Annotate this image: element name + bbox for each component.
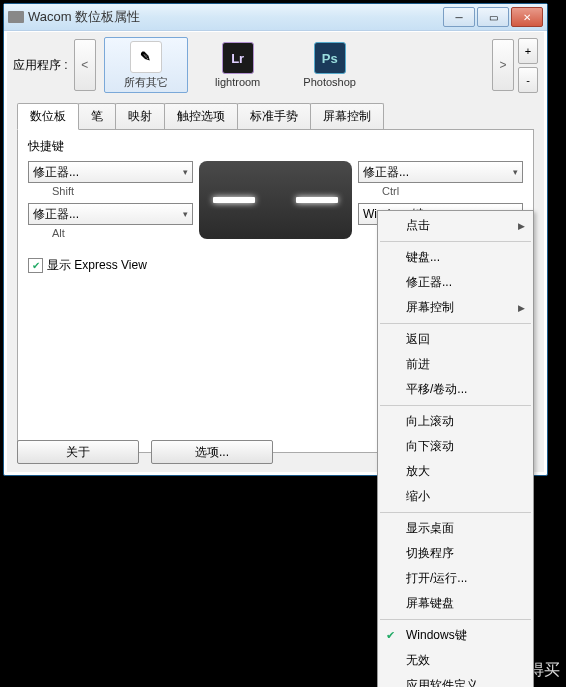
menu-item-label: 平移/卷动...: [406, 381, 467, 398]
menu-item-label: 无效: [406, 652, 430, 669]
checkbox-label: 显示 Express View: [47, 257, 147, 274]
menu-item-label: 屏幕键盘: [406, 595, 454, 612]
tab-4[interactable]: 标准手势: [237, 103, 311, 130]
menu-item-label: 应用软件定义: [406, 677, 478, 687]
add-app-button[interactable]: +: [518, 38, 538, 64]
check-icon: ✔: [386, 629, 395, 642]
menu-item-label: 前进: [406, 356, 430, 373]
menu-item[interactable]: 平移/卷动...: [378, 377, 533, 402]
app-icon: [8, 11, 24, 23]
menu-item-label: 显示桌面: [406, 520, 454, 537]
app-item-0[interactable]: ✎所有其它: [104, 37, 188, 93]
menu-separator: [380, 241, 531, 242]
menu-item[interactable]: ✔Windows键: [378, 623, 533, 648]
menu-item[interactable]: 向下滚动: [378, 434, 533, 459]
menu-item-label: 屏幕控制: [406, 299, 454, 316]
app-label: 应用程序 :: [13, 57, 68, 74]
menu-item-label: 缩小: [406, 488, 430, 505]
menu-separator: [380, 323, 531, 324]
combo-top-left[interactable]: 修正器...: [28, 161, 193, 183]
sub-bottom-left: Alt: [52, 227, 193, 239]
touch-strip-left: [213, 197, 255, 203]
menu-separator: [380, 405, 531, 406]
menu-item[interactable]: 应用软件定义: [378, 673, 533, 687]
menu-item-label: 向上滚动: [406, 413, 454, 430]
menu-item[interactable]: 缩小: [378, 484, 533, 509]
section-label: 快捷键: [28, 138, 523, 155]
menu-item[interactable]: 向上滚动: [378, 409, 533, 434]
menu-item[interactable]: 打开/运行...: [378, 566, 533, 591]
menu-separator: [380, 512, 531, 513]
menu-item[interactable]: 无效: [378, 648, 533, 673]
about-button[interactable]: 关于: [17, 440, 139, 464]
app-item-icon: Ps: [314, 42, 346, 74]
function-dropdown-menu[interactable]: 点击▶键盘...修正器...屏幕控制▶返回前进平移/卷动...向上滚动向下滚动放…: [377, 210, 534, 687]
app-item-label: 所有其它: [124, 75, 168, 90]
menu-item-label: 放大: [406, 463, 430, 480]
minimize-button[interactable]: ─: [443, 7, 475, 27]
close-button[interactable]: ✕: [511, 7, 543, 27]
app-list: ✎所有其它LrlightroomPsPhotoshop: [96, 37, 492, 93]
window-title: Wacom 数位板属性: [28, 8, 441, 26]
remove-app-button[interactable]: -: [518, 67, 538, 93]
menu-separator: [380, 619, 531, 620]
next-app-button[interactable]: >: [492, 39, 514, 91]
checkbox-icon: ✔: [28, 258, 43, 273]
menu-item[interactable]: 修正器...: [378, 270, 533, 295]
menu-item-label: 打开/运行...: [406, 570, 467, 587]
app-item-icon: ✎: [130, 41, 162, 73]
menu-item-label: 切换程序: [406, 545, 454, 562]
touch-strip-right: [296, 197, 338, 203]
menu-item[interactable]: 屏幕控制▶: [378, 295, 533, 320]
tab-0[interactable]: 数位板: [17, 103, 79, 130]
app-item-icon: Lr: [222, 42, 254, 74]
combo-top-right[interactable]: 修正器...: [358, 161, 523, 183]
app-item-label: lightroom: [215, 76, 260, 88]
submenu-arrow-icon: ▶: [518, 303, 525, 313]
titlebar[interactable]: Wacom 数位板属性 ─ ▭ ✕: [4, 4, 547, 31]
prev-app-button[interactable]: <: [74, 39, 96, 91]
options-button[interactable]: 选项...: [151, 440, 273, 464]
menu-item[interactable]: 显示桌面: [378, 516, 533, 541]
application-row: 应用程序 : < ✎所有其它LrlightroomPsPhotoshop > +…: [7, 32, 544, 98]
sub-top-left: Shift: [52, 185, 193, 197]
app-item-2[interactable]: PsPhotoshop: [288, 37, 372, 93]
tab-strip: 数位板笔映射触控选项标准手势屏幕控制: [17, 103, 534, 130]
menu-item-label: Windows键: [406, 627, 467, 644]
menu-item-label: 向下滚动: [406, 438, 454, 455]
menu-item-label: 键盘...: [406, 249, 440, 266]
menu-item[interactable]: 切换程序: [378, 541, 533, 566]
submenu-arrow-icon: ▶: [518, 221, 525, 231]
bottom-buttons: 关于 选项...: [17, 440, 273, 464]
menu-item-label: 修正器...: [406, 274, 452, 291]
tablet-visual: [199, 161, 352, 239]
tab-5[interactable]: 屏幕控制: [310, 103, 384, 130]
menu-item[interactable]: 前进: [378, 352, 533, 377]
sub-top-right: Ctrl: [382, 185, 523, 197]
app-item-label: Photoshop: [303, 76, 356, 88]
app-item-1[interactable]: Lrlightroom: [196, 37, 280, 93]
tab-3[interactable]: 触控选项: [164, 103, 238, 130]
maximize-button[interactable]: ▭: [477, 7, 509, 27]
menu-item[interactable]: 放大: [378, 459, 533, 484]
menu-item[interactable]: 返回: [378, 327, 533, 352]
menu-item[interactable]: 键盘...: [378, 245, 533, 270]
menu-item[interactable]: 点击▶: [378, 213, 533, 238]
menu-item-label: 返回: [406, 331, 430, 348]
combo-bottom-left[interactable]: 修正器...: [28, 203, 193, 225]
tab-2[interactable]: 映射: [115, 103, 165, 130]
menu-item-label: 点击: [406, 217, 430, 234]
menu-item[interactable]: 屏幕键盘: [378, 591, 533, 616]
tab-1[interactable]: 笔: [78, 103, 116, 130]
